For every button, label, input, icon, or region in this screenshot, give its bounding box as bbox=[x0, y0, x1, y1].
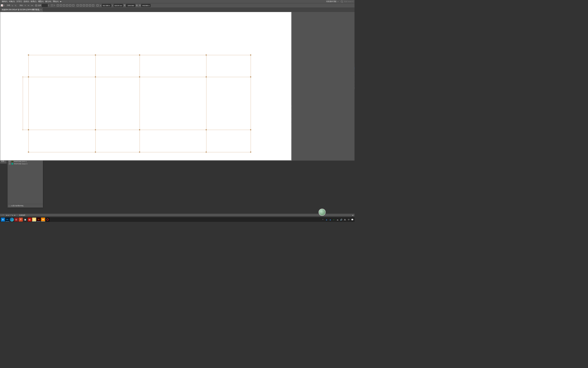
anchor-point[interactable] bbox=[28, 76, 29, 77]
menu-share-icon[interactable]: ■▪ bbox=[59, 0, 62, 3]
menu-edit[interactable]: 编辑(E) bbox=[1, 0, 8, 3]
anchor-point[interactable] bbox=[22, 129, 23, 130]
align-bottom-icon[interactable] bbox=[72, 4, 75, 7]
anchor-point[interactable] bbox=[250, 129, 251, 130]
align-grid-icon[interactable] bbox=[51, 4, 53, 7]
distribute-v-icon[interactable] bbox=[83, 4, 85, 7]
anchor-point[interactable] bbox=[250, 54, 251, 55]
tray-overflow-icon[interactable]: ^ bbox=[322, 218, 324, 221]
y-input[interactable] bbox=[114, 4, 123, 7]
transform-panel-icon[interactable] bbox=[96, 4, 99, 7]
anchor-point[interactable] bbox=[22, 76, 23, 77]
profile-orb-icon[interactable] bbox=[318, 209, 326, 216]
taskbar-app-pdf[interactable]: ▤ bbox=[28, 217, 32, 222]
anchor-point[interactable] bbox=[206, 129, 207, 130]
distribute-vc-icon[interactable] bbox=[86, 4, 88, 7]
corner-input[interactable] bbox=[42, 4, 48, 7]
separation-row[interactable]: PANTONE Green C bbox=[8, 163, 43, 165]
nav-next-icon[interactable]: ▶ bbox=[12, 214, 13, 216]
anchor-point[interactable] bbox=[28, 152, 29, 153]
status-arrow-right-icon[interactable]: ▶ bbox=[352, 214, 353, 216]
handle-tool2-icon[interactable]: ⤡ bbox=[15, 4, 17, 7]
h-input[interactable] bbox=[141, 4, 151, 7]
nav-select[interactable]: 1 bbox=[10, 214, 10, 216]
align-hcenter-icon[interactable] bbox=[60, 4, 62, 7]
align-grid-arrow-icon[interactable] bbox=[54, 5, 55, 6]
menu-effect[interactable]: 效果(C) bbox=[30, 0, 37, 3]
taskbar-app-ps[interactable]: Ps bbox=[5, 217, 9, 222]
canvas[interactable] bbox=[0, 12, 292, 160]
artboard-nav[interactable]: ⏮ ◀ 1 ▾ ▶ ⏭ bbox=[6, 214, 16, 216]
taskbar-app-folder[interactable]: 🗀 bbox=[32, 217, 36, 222]
taskbar-app-ppt[interactable]: P bbox=[19, 217, 23, 222]
zoom-level[interactable]: … ▾ bbox=[1, 214, 4, 216]
anchor-point[interactable] bbox=[95, 129, 96, 130]
tray-ime-icon[interactable]: 中 bbox=[348, 218, 350, 221]
anchor-point[interactable] bbox=[206, 152, 207, 153]
nav-last-icon[interactable]: ⏭ bbox=[14, 214, 15, 216]
corner-mode-icon[interactable] bbox=[35, 4, 37, 6]
visibility-toggle-icon[interactable] bbox=[9, 160, 10, 162]
distribute-hc-icon[interactable] bbox=[80, 4, 82, 7]
menu-type[interactable]: 文字(T) bbox=[16, 0, 23, 3]
taskbar-app-ai[interactable]: Ai bbox=[37, 217, 41, 222]
no-selection-swatch[interactable] bbox=[1, 4, 3, 6]
visibility-toggle-icon[interactable] bbox=[9, 163, 10, 165]
anchor-point[interactable] bbox=[206, 76, 207, 77]
search-icon[interactable] bbox=[341, 1, 343, 2]
distribute-vc2-icon[interactable] bbox=[92, 4, 94, 7]
align-top-icon[interactable] bbox=[66, 4, 68, 7]
align-left-icon[interactable] bbox=[57, 4, 59, 7]
anchor-point[interactable] bbox=[95, 152, 96, 153]
tray-network-icon[interactable]: 🖧 bbox=[344, 218, 346, 221]
align-vcenter-icon[interactable] bbox=[69, 4, 71, 7]
anchor-cut-icon[interactable]: ✂ bbox=[27, 4, 30, 7]
search-placeholder[interactable]: 搜索 Adobe S bbox=[344, 1, 353, 3]
taskbar-app-3d[interactable]: 3D bbox=[41, 217, 45, 222]
nav-prev-icon[interactable]: ◀ bbox=[8, 214, 9, 216]
menu-select[interactable]: 选择(S) bbox=[23, 0, 30, 3]
tray-cloud-icon[interactable]: ☁ bbox=[336, 218, 339, 221]
menu-window[interactable]: 窗口(W) bbox=[44, 0, 52, 3]
taskbar-app-start[interactable]: ⊞ bbox=[1, 217, 5, 222]
tray-app3-icon[interactable]: ✓ bbox=[333, 218, 335, 221]
distribute-h-icon[interactable] bbox=[77, 4, 79, 7]
anchor-point[interactable] bbox=[28, 129, 29, 130]
tray-notification-icon[interactable]: 💬 bbox=[351, 218, 354, 221]
anchor-convert-icon[interactable]: ✧ bbox=[24, 4, 27, 7]
taskbar-app-dark[interactable]: ▣ bbox=[23, 217, 27, 222]
align-right-icon[interactable] bbox=[63, 4, 65, 7]
taskbar-app-record[interactable] bbox=[45, 217, 50, 222]
anchor-point[interactable] bbox=[95, 76, 96, 77]
anchor-point[interactable] bbox=[139, 76, 140, 77]
tray-app2-icon[interactable]: ▲ bbox=[329, 218, 332, 221]
nav-first-icon[interactable]: ⏮ bbox=[6, 214, 7, 216]
menu-object[interactable]: 对象(O) bbox=[8, 0, 16, 3]
tray-volume-icon[interactable]: 🔊 bbox=[340, 218, 343, 221]
link-wh-icon[interactable]: ⛓ bbox=[136, 4, 138, 6]
anchor-point[interactable] bbox=[139, 129, 140, 130]
handle-tool-icon[interactable]: ↘ bbox=[11, 4, 14, 7]
workspace-arrow-icon[interactable]: ▾ bbox=[338, 1, 338, 2]
anchor-connect-icon[interactable]: ⊶ bbox=[31, 4, 33, 7]
taskbar-app-app-red[interactable]: ◎ bbox=[14, 217, 18, 222]
document-tab[interactable]: 纸箱304-204-240.ai* @ 33.33% (CMYK/叠印预览) ✕ bbox=[0, 8, 43, 12]
swatch-menu-icon[interactable] bbox=[4, 5, 5, 6]
w-input[interactable] bbox=[126, 4, 135, 7]
menu-view[interactable]: 视图(V) bbox=[37, 0, 44, 3]
tray-app1-icon[interactable]: ▲ bbox=[325, 218, 328, 221]
spotcolors-only-checkbox[interactable] bbox=[9, 205, 10, 207]
corner-menu-icon[interactable] bbox=[48, 5, 49, 6]
close-tab-icon[interactable]: ✕ bbox=[40, 9, 42, 11]
distribute-v2-icon[interactable] bbox=[89, 4, 91, 7]
anchor-point[interactable] bbox=[250, 76, 251, 77]
anchor-point[interactable] bbox=[139, 54, 140, 55]
x-input[interactable] bbox=[102, 4, 111, 7]
anchor-point[interactable] bbox=[139, 152, 140, 153]
workspace-switcher[interactable]: 传统基本功能 bbox=[326, 1, 336, 3]
anchor-point[interactable] bbox=[95, 54, 96, 55]
taskbar-app-edge[interactable] bbox=[10, 217, 14, 222]
anchor-point[interactable] bbox=[28, 54, 29, 55]
anchor-point[interactable] bbox=[250, 152, 251, 153]
menu-help[interactable]: 帮助(H) bbox=[52, 0, 59, 3]
